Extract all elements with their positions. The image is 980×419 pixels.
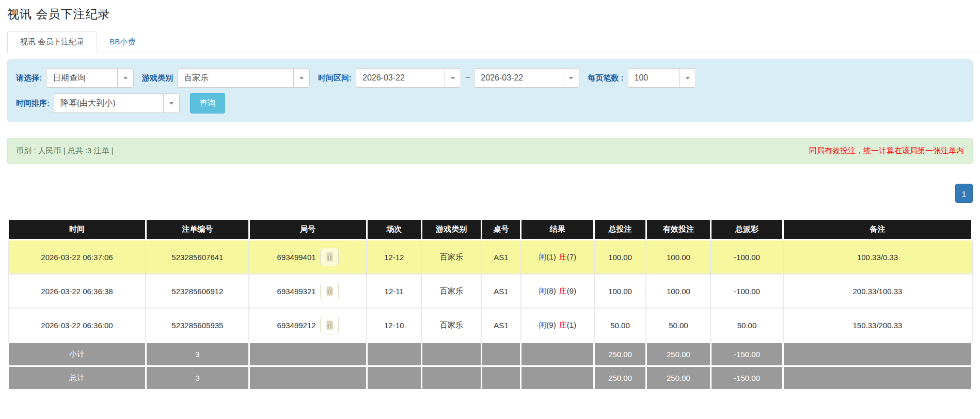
empty-cell — [481, 343, 521, 366]
video-replay-icon[interactable] — [320, 282, 339, 300]
subtotal-label: 小计 — [8, 343, 146, 366]
player-score: (9) — [546, 320, 556, 329]
banker-label: 庄 — [559, 320, 567, 329]
caret-icon — [451, 77, 455, 79]
player-label: 闲 — [539, 320, 546, 329]
grandtotal-payout: -150.00 — [710, 366, 783, 390]
remark-cell: 200.33/100.33 — [783, 274, 972, 308]
header-result: 结果 — [521, 219, 594, 240]
sort-value[interactable]: 降幂(由大到小) — [54, 93, 163, 113]
chevron-down-icon[interactable] — [563, 68, 579, 88]
chevron-down-icon[interactable] — [117, 68, 134, 88]
header-round-id: 局号 — [249, 219, 367, 240]
payout-cell: -100.00 — [710, 240, 783, 275]
grandtotal-row: 总计 3 250.00 250.00 -150.00 — [8, 366, 972, 390]
tab-betting-records[interactable]: 视讯 会员下注纪录 — [7, 31, 97, 53]
bet-id-cell: 523285605935 — [146, 308, 249, 343]
page-1-button[interactable]: 1 — [955, 184, 973, 203]
player-label: 闲 — [539, 286, 546, 295]
subtotal-valid-bet: 250.00 — [646, 343, 710, 366]
search-button[interactable]: 查询 — [190, 93, 225, 114]
subtotal-total-bet: 250.00 — [594, 343, 646, 366]
page-title: 视讯 会员下注纪录 — [7, 6, 980, 22]
header-bet-id: 注单编号 — [146, 219, 249, 240]
banker-score: (1) — [567, 320, 576, 329]
game-type-dropdown: 百家乐 — [177, 68, 310, 88]
date-from-value[interactable]: 2026-03-22 — [356, 68, 445, 88]
caret-icon — [569, 77, 573, 79]
header-table-no: 桌号 — [481, 219, 521, 240]
video-replay-icon[interactable] — [320, 248, 339, 266]
total-bet-link[interactable]: 100.00 — [594, 274, 646, 308]
game-type-cell: 百家乐 — [421, 240, 481, 275]
empty-cell — [521, 343, 594, 366]
valid-bet-cell: 100.00 — [646, 274, 710, 308]
round-id-value: 693499401 — [277, 253, 316, 262]
empty-cell — [249, 366, 367, 390]
chevron-down-icon[interactable] — [679, 68, 696, 88]
game-type-cell: 百家乐 — [421, 308, 481, 343]
banker-score: (9) — [567, 286, 576, 295]
select-type-label: 请选择: — [16, 73, 42, 83]
total-bet-link[interactable]: 100.00 — [594, 240, 646, 275]
caret-icon — [169, 102, 173, 105]
valid-bet-cell: 50.00 — [646, 308, 710, 343]
header-remark: 备注 — [783, 219, 972, 240]
table-header-row: 时间 注单编号 局号 场次 游戏类别 桌号 结果 总投注 有效投注 总派彩 备注 — [8, 219, 972, 240]
sort-dropdown: 降幂(由大到小) — [54, 93, 180, 113]
banker-label: 庄 — [559, 252, 567, 261]
date-range-tilde: ~ — [465, 73, 470, 83]
filter-panel: 请选择: 日期查询 游戏类别 百家乐 时间区间: 2026-03-22 ~ 20… — [7, 59, 973, 122]
round-id-cell: 693499212 — [249, 308, 367, 343]
result-cell: 闲(1)庄(7) — [521, 240, 594, 275]
session-cell: 12-10 — [367, 308, 421, 343]
betting-records-table: 时间 注单编号 局号 场次 游戏类别 桌号 结果 总投注 有效投注 总派彩 备注… — [7, 218, 973, 391]
chevron-down-icon[interactable] — [293, 68, 310, 88]
bet-id-cell: 523285607641 — [146, 240, 249, 275]
table-no-cell: AS1 — [481, 240, 521, 275]
empty-cell — [783, 343, 972, 366]
tab-bb-tip[interactable]: BB小费 — [97, 31, 148, 53]
select-type-value[interactable]: 日期查询 — [46, 68, 117, 88]
table-row: 2026-03-22 06:36:38 523285606912 6934993… — [8, 274, 972, 308]
time-range-label: 时间区间: — [318, 73, 352, 83]
header-time: 时间 — [8, 219, 146, 240]
game-type-label: 游戏类别 — [142, 73, 173, 83]
video-replay-icon[interactable] — [320, 316, 339, 334]
chevron-down-icon[interactable] — [445, 68, 461, 88]
round-id-value: 693499321 — [277, 287, 316, 296]
time-cell: 2026-03-22 06:36:00 — [8, 308, 146, 343]
subtotal-row: 小计 3 250.00 250.00 -150.00 — [8, 343, 972, 366]
caret-icon — [299, 77, 304, 79]
grandtotal-total-bet: 250.00 — [594, 366, 646, 390]
valid-bet-cell: 100.00 — [646, 240, 710, 275]
page-size-label: 每页笔数 : — [588, 73, 623, 83]
table-no-cell: AS1 — [481, 308, 521, 343]
round-id-value: 693499212 — [277, 321, 316, 330]
caret-icon — [123, 77, 128, 79]
table-no-cell: AS1 — [481, 274, 521, 308]
grandtotal-label: 总计 — [8, 366, 146, 390]
empty-cell — [249, 343, 367, 366]
empty-cell — [367, 343, 421, 366]
chevron-down-icon[interactable] — [163, 93, 180, 113]
header-total-bet: 总投注 — [594, 219, 646, 240]
header-valid-bet: 有效投注 — [646, 219, 710, 240]
session-cell: 12-12 — [367, 240, 421, 275]
pagination-top: 1 — [7, 184, 973, 203]
remark-cell: 150.33/200.33 — [783, 308, 972, 343]
banker-label: 庄 — [559, 286, 567, 295]
grandtotal-count: 3 — [146, 366, 249, 390]
date-to-value[interactable]: 2026-03-22 — [474, 68, 563, 88]
total-bet-link[interactable]: 50.00 — [594, 308, 646, 343]
page-size-value[interactable]: 100 — [628, 68, 679, 88]
game-type-value[interactable]: 百家乐 — [177, 68, 293, 88]
round-id-cell: 693499401 — [249, 240, 367, 275]
banker-score: (7) — [567, 252, 576, 261]
grandtotal-valid-bet: 250.00 — [646, 366, 710, 390]
header-session: 场次 — [367, 219, 421, 240]
empty-cell — [481, 366, 521, 390]
empty-cell — [521, 366, 594, 390]
time-cell: 2026-03-22 06:37:06 — [8, 240, 146, 275]
sort-label: 时间排序: — [16, 99, 50, 108]
